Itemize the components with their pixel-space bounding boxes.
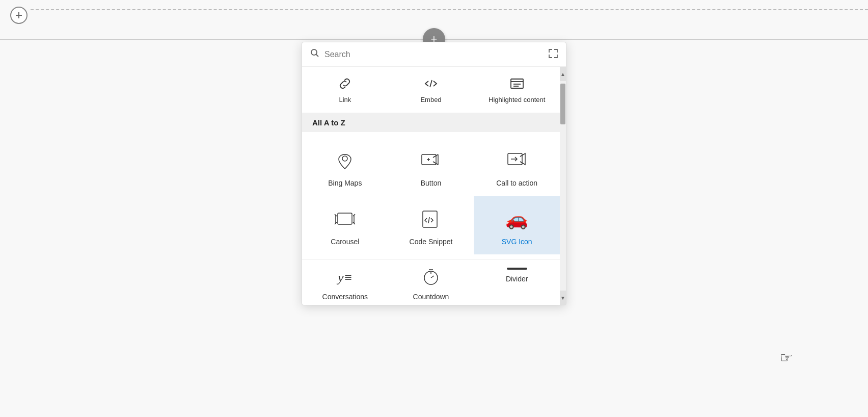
top-item-embed[interactable]: Embed <box>388 72 474 108</box>
svg-rect-25 <box>423 211 437 227</box>
embed-icon <box>423 76 439 93</box>
popup-content: Link Embed <box>302 67 566 305</box>
top-item-highlighted-content[interactable]: Highlighted content <box>474 72 560 108</box>
top-items-row: Link Embed <box>302 67 560 113</box>
call-to-action-icon <box>505 148 529 173</box>
scrollbar-track[interactable]: ▲ ▼ <box>560 67 566 305</box>
svg-line-30 <box>431 276 434 278</box>
svg-point-2 <box>311 49 317 55</box>
search-bar <box>302 42 566 67</box>
top-item-highlighted-content-label: Highlighted content <box>489 96 545 103</box>
divider-label: Divider <box>506 275 528 283</box>
link-icon <box>337 76 352 93</box>
grid-item-carousel[interactable]: Carousel <box>302 196 388 254</box>
top-dashed-line <box>31 9 868 10</box>
top-area <box>0 0 868 31</box>
grid-item-call-to-action[interactable]: Call to action <box>474 137 560 196</box>
svg-line-26 <box>428 217 429 223</box>
search-icon <box>310 48 319 60</box>
grid-section: Bing Maps Button <box>302 132 560 259</box>
section-header: All A to Z <box>302 113 560 132</box>
call-to-action-label: Call to action <box>496 179 537 187</box>
countdown-icon <box>422 268 440 288</box>
top-item-embed-label: Embed <box>420 96 441 103</box>
top-item-link[interactable]: Link <box>302 72 388 108</box>
bottom-item-divider[interactable]: Divider <box>474 260 560 305</box>
cursor-hand-icon: ☞ <box>780 349 793 366</box>
bing-maps-icon <box>333 148 357 173</box>
divider-icon <box>507 268 527 270</box>
add-block-top-button[interactable] <box>10 7 28 24</box>
scroll-area: Link Embed <box>302 67 560 305</box>
button-label: Button <box>421 179 441 187</box>
grid-item-button[interactable]: Button <box>388 137 474 196</box>
grid-item-code-snippet[interactable]: Code Snippet <box>388 196 474 254</box>
button-icon <box>419 148 443 173</box>
bottom-row: y≡ Conversations Countdown <box>302 259 560 305</box>
carousel-label: Carousel <box>331 238 359 246</box>
scrollbar-up-button[interactable]: ▲ <box>560 67 566 81</box>
bottom-item-countdown[interactable]: Countdown <box>388 260 474 305</box>
svg-text:y≡: y≡ <box>336 270 352 285</box>
svg-line-3 <box>316 55 319 57</box>
svg-line-4 <box>430 80 432 87</box>
conversations-icon: y≡ <box>336 268 354 288</box>
code-snippet-icon <box>419 207 443 231</box>
carousel-icon <box>333 207 357 231</box>
scrollbar-down-button[interactable]: ▼ <box>560 291 566 305</box>
code-snippet-label: Code Snippet <box>410 238 453 246</box>
svg-icon-label: SVG Icon <box>502 238 532 246</box>
search-input[interactable] <box>324 50 544 59</box>
svg-point-9 <box>342 156 347 161</box>
expand-icon[interactable] <box>549 49 558 60</box>
scrollbar-thumb[interactable] <box>560 84 565 124</box>
bing-maps-label: Bing Maps <box>328 179 362 187</box>
top-item-link-label: Link <box>339 96 351 103</box>
highlighted-content-icon <box>509 76 525 93</box>
block-picker-popup: Link Embed <box>302 42 566 305</box>
conversations-label: Conversations <box>322 293 368 301</box>
countdown-label: Countdown <box>413 293 449 301</box>
bottom-item-conversations[interactable]: y≡ Conversations <box>302 260 388 305</box>
grid-item-svg-icon[interactable]: 🚗 SVG Icon <box>474 196 560 254</box>
grid-item-bing-maps[interactable]: Bing Maps <box>302 137 388 196</box>
svg-rect-5 <box>511 79 523 88</box>
svg-icon: 🚗 <box>505 207 529 231</box>
svg-rect-18 <box>338 213 352 224</box>
